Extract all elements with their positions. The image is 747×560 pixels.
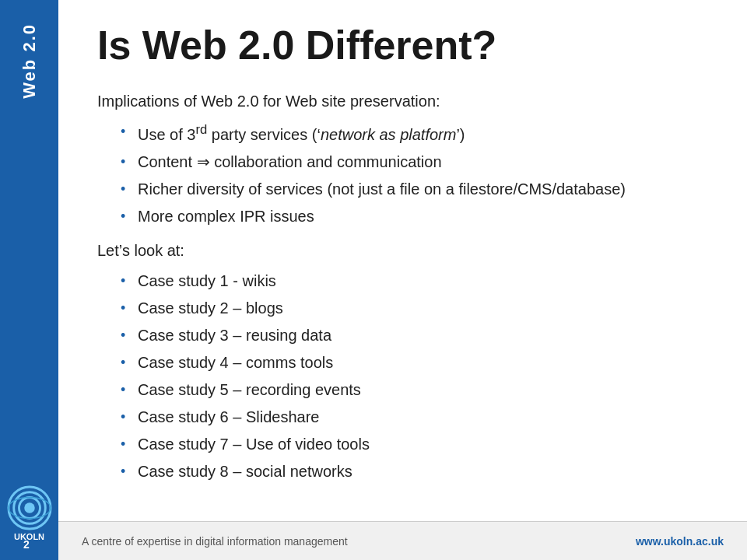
case-study-bullets: Case study 1 - wikis Case study 2 – blog… [121, 270, 708, 483]
list-item: Use of 3rd party services (‘network as p… [121, 121, 708, 146]
main-content: Is Web 2.0 Different? Implications of We… [58, 0, 747, 521]
svg-point-3 [24, 502, 35, 513]
list-item: Case study 1 - wikis [121, 270, 708, 292]
list-item: Case study 4 – comms tools [121, 352, 708, 374]
slide-body: Implications of Web 2.0 for Web site pre… [97, 89, 708, 483]
intro-line: Implications of Web 2.0 for Web site pre… [97, 89, 708, 113]
ukoln-logo [7, 485, 52, 530]
slide-title: Is Web 2.0 Different? [97, 23, 708, 68]
list-item: Case study 2 – blogs [121, 297, 708, 320]
list-item: Case study 8 – social networks [121, 460, 708, 483]
page-number: 2 [23, 538, 30, 551]
list-item: Content ⇒ collaboration and communicatio… [121, 151, 708, 173]
list-item: More complex IPR issues [121, 205, 708, 228]
footer-left-text: A centre of expertise in digital informa… [82, 535, 348, 548]
sidebar-title: Web 2.0 [19, 23, 40, 99]
list-item: Case study 3 – reusing data [121, 324, 708, 347]
list-item: Case study 5 – recording events [121, 379, 708, 401]
list-item: Richer diversity of services (not just a… [121, 178, 708, 201]
list-item: Case study 7 – Use of video tools [121, 433, 708, 456]
list-item: Case study 6 – Slideshare [121, 406, 708, 429]
footer-right-text: www.ukoln.ac.uk [636, 535, 724, 548]
footer: A centre of expertise in digital informa… [58, 521, 747, 560]
intro-bullets: Use of 3rd party services (‘network as p… [121, 121, 708, 228]
section-label: Let’s look at: [97, 239, 708, 262]
